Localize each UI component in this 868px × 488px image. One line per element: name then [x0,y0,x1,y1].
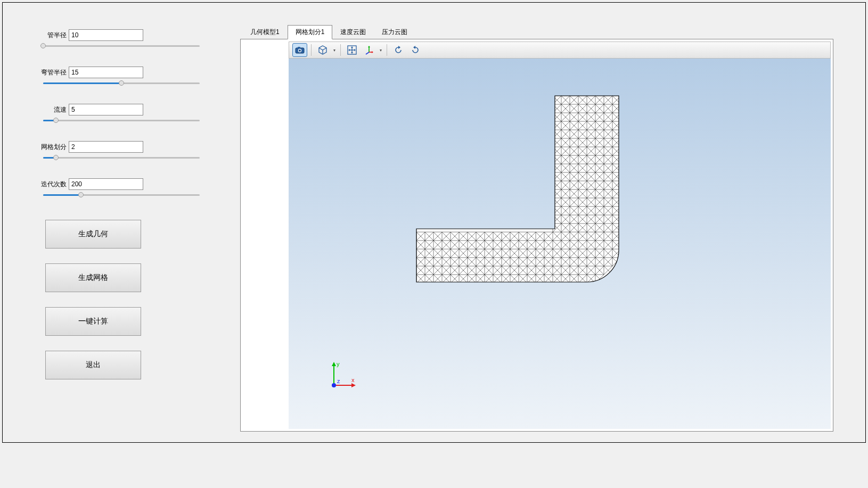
tab-pressure[interactable]: 压力云图 [374,25,415,39]
pipe-radius-label: 管半径 [40,31,67,40]
mesh-label: 网格划分 [40,143,67,152]
viewport-toolbar: ▾ ▾ [289,42,831,59]
canvas-frame: ▾ ▾ [240,39,833,432]
iterations-slider[interactable] [43,192,200,198]
main-window: 管半径 弯管半径 流速 网格划分 [2,2,866,443]
velocity-label: 流速 [40,105,67,114]
svg-point-3 [299,49,301,52]
svg-marker-9 [351,46,353,48]
svg-marker-10 [351,52,353,54]
mesh-input[interactable] [69,141,143,153]
tab-mesh[interactable]: 网格划分1 [288,25,333,39]
mesh-slider[interactable] [43,155,200,161]
viewport-3d[interactable]: y x z [289,59,831,429]
axis-z-label: z [337,378,340,384]
axis-gizmo: y x z [326,360,358,392]
svg-marker-14 [368,46,370,47]
axes-icon[interactable] [362,43,376,57]
sidebar: 管半径 弯管半径 流速 网格划分 [3,3,237,442]
mesh-outline [416,96,619,282]
velocity-input[interactable] [69,104,143,115]
bend-radius-label: 弯管半径 [40,68,67,77]
svg-marker-18 [398,46,400,49]
camera-icon[interactable] [292,43,307,57]
tab-bar: 几何模型1 网格划分1 速度云图 压力云图 [242,25,833,39]
compute-button[interactable]: 一键计算 [45,307,141,336]
main-area: 几何模型1 网格划分1 速度云图 压力云图 ▾ [237,3,865,442]
svg-marker-12 [354,49,356,51]
svg-marker-23 [351,383,356,387]
rotate-ccw-icon[interactable] [408,43,423,57]
svg-marker-16 [372,51,373,53]
svg-point-24 [332,383,336,387]
axis-x-label: x [351,377,355,383]
svg-line-17 [366,52,369,54]
iterations-label: 迭代次数 [40,180,67,189]
svg-marker-19 [413,46,415,49]
model-tree-gutter [241,39,289,431]
pipe-radius-slider[interactable] [43,43,200,49]
tab-geom[interactable]: 几何模型1 [242,25,288,39]
tab-velocity[interactable]: 速度云图 [332,25,374,39]
pipe-radius-input[interactable] [69,29,143,41]
svg-marker-11 [348,49,350,51]
gen-mesh-button[interactable]: 生成网格 [45,263,141,292]
velocity-slider[interactable] [43,118,200,124]
rotate-cw-icon[interactable] [391,43,406,57]
bend-radius-slider[interactable] [43,80,200,87]
move-icon[interactable] [345,43,359,57]
svg-marker-21 [332,362,336,366]
exit-button[interactable]: 退出 [45,351,141,379]
svg-rect-1 [298,47,300,48]
bend-radius-input[interactable] [69,67,143,78]
cube-icon[interactable] [315,43,330,57]
iterations-input[interactable] [69,178,143,190]
cube-dropdown[interactable]: ▾ [332,43,337,57]
axis-y-label: y [337,361,340,367]
axes-dropdown[interactable]: ▾ [379,43,383,57]
gen-geom-button[interactable]: 生成几何 [45,220,141,249]
